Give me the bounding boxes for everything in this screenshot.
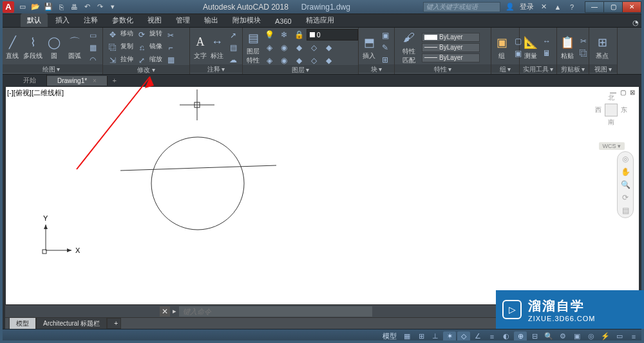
tab-insert[interactable]: 插入 xyxy=(49,14,76,27)
table-icon[interactable]: ▤ xyxy=(226,42,240,53)
open-icon[interactable]: 📂 xyxy=(31,3,40,12)
tab-featured[interactable]: 精选应用 xyxy=(299,14,341,27)
qat-more-icon[interactable]: ▾ xyxy=(108,3,117,12)
drawing-canvas[interactable]: [-][俯视][二维线框] — ▢ ⊠ xyxy=(5,86,639,307)
otrack-icon[interactable]: ∠ xyxy=(471,331,484,342)
insert-button[interactable]: ⬒插入 xyxy=(361,35,377,60)
cmd-chevron-icon[interactable]: ▸ xyxy=(173,307,176,315)
osnap-icon[interactable]: ◇ xyxy=(457,331,470,342)
paste-button[interactable]: 📋粘贴 xyxy=(560,35,575,60)
layout-add[interactable]: + xyxy=(107,318,121,329)
minimize-button[interactable]: — xyxy=(585,1,604,13)
grid-icon[interactable]: ▦ xyxy=(401,331,413,342)
nav-showmotion-icon[interactable]: ▤ xyxy=(622,206,629,215)
save-icon[interactable]: 💾 xyxy=(44,3,53,12)
customize-icon[interactable]: ≡ xyxy=(627,331,640,342)
trim-icon[interactable]: ✂ xyxy=(164,30,178,41)
status-model-label[interactable]: 模型 xyxy=(383,331,397,341)
cmd-close-icon[interactable]: ✕ xyxy=(160,306,170,317)
matchprop-button[interactable]: 🖌特性 匹配 xyxy=(397,30,421,65)
measure-button[interactable]: 📐测量 xyxy=(522,35,538,60)
ribbon-collapse-icon[interactable]: ◔ xyxy=(631,18,640,27)
rect-icon[interactable]: ▭ xyxy=(86,30,100,41)
sc-icon[interactable]: ⊕ xyxy=(514,331,527,342)
dist-icon[interactable]: ↔ xyxy=(540,35,554,47)
create-block-icon[interactable]: ▣ xyxy=(378,30,392,41)
nav-orbit-icon[interactable]: ⟳ xyxy=(622,193,629,202)
freeze-icon[interactable]: ❄ xyxy=(277,29,291,41)
plot-icon[interactable]: 🖶 xyxy=(70,3,79,12)
doc-close-icon[interactable]: × xyxy=(93,77,97,84)
panel-draw-title[interactable]: 绘图 ▾ xyxy=(0,64,102,73)
rotate-icon[interactable]: ⟳ xyxy=(135,29,149,41)
panel-utilities-title[interactable]: 实用工具 ▾ xyxy=(520,64,556,73)
lweight-icon[interactable]: ≡ xyxy=(486,331,498,342)
transparency-icon[interactable]: ◐ xyxy=(500,331,513,342)
help-icon[interactable]: ? xyxy=(567,3,576,12)
tab-a360[interactable]: A360 xyxy=(269,15,298,27)
polar-icon[interactable]: ✶ xyxy=(443,331,456,342)
panel-group-title[interactable]: 组 ▾ xyxy=(491,64,519,73)
layermatch-icon[interactable]: ◉ xyxy=(277,42,291,53)
lineweight-combo[interactable]: ByLayer xyxy=(422,43,480,52)
hatch-icon[interactable]: ▦ xyxy=(86,42,100,53)
qp-icon[interactable]: ⊟ xyxy=(528,331,541,342)
edit-block-icon[interactable]: ✎ xyxy=(378,42,392,53)
wcs-badge[interactable]: WCS ▾ xyxy=(599,142,625,150)
close-button[interactable]: ✕ xyxy=(622,1,641,13)
group-button[interactable]: ▣组 xyxy=(494,35,509,60)
undo-icon[interactable]: ↶ xyxy=(82,3,91,12)
panel-properties-title[interactable]: 特性 ▾ xyxy=(395,64,491,73)
text-button[interactable]: A文字 xyxy=(193,35,208,60)
viewcube-face-icon[interactable] xyxy=(605,104,618,116)
new-icon[interactable]: ▭ xyxy=(18,3,27,12)
viewcube-west[interactable]: 西 xyxy=(595,106,601,115)
nav-wheel-icon[interactable]: ◎ xyxy=(622,154,629,163)
panel-layers-title[interactable]: 图层 ▾ xyxy=(243,65,358,73)
saveas-icon[interactable]: ⎘ xyxy=(57,3,66,12)
tab-view[interactable]: 视图 xyxy=(141,14,168,27)
annomonitor-icon[interactable]: ▣ xyxy=(571,331,583,342)
command-input[interactable] xyxy=(179,306,372,317)
viewcube-north[interactable]: 北 xyxy=(595,93,627,102)
viewcube-south[interactable]: 南 xyxy=(595,118,627,127)
lock-icon[interactable]: 🔒 xyxy=(292,29,306,41)
tab-parametric[interactable]: 参数化 xyxy=(106,14,140,27)
exchange-icon[interactable]: ✕ xyxy=(539,3,548,12)
array-icon[interactable]: ▦ xyxy=(164,54,178,66)
ortho-icon[interactable]: ⊥ xyxy=(429,331,442,342)
cloud-icon[interactable]: ☁ xyxy=(226,54,240,66)
dimension-button[interactable]: ↔标注 xyxy=(209,35,225,60)
color-combo[interactable]: ByLayer xyxy=(422,33,480,42)
layermore2-icon[interactable]: ◆ xyxy=(321,42,336,53)
fillet-icon[interactable]: ⌐ xyxy=(164,42,178,53)
layout-tab[interactable]: Architectural 标题栏 xyxy=(36,317,107,330)
tab-manage[interactable]: 管理 xyxy=(169,14,196,27)
mirror-icon[interactable]: ⎌ xyxy=(135,42,149,53)
panel-modify-title[interactable]: 修改 ▾ xyxy=(103,65,189,73)
annoscale-icon[interactable]: 🔍 xyxy=(542,331,555,342)
nav-zoom-icon[interactable]: 🔍 xyxy=(621,180,630,189)
circle-button[interactable]: ◯圆 xyxy=(44,35,64,60)
tab-default[interactable]: 默认 xyxy=(21,14,48,27)
doc-tab-start[interactable]: 开始 xyxy=(13,75,47,86)
app-logo-icon[interactable]: A xyxy=(3,1,14,13)
bulb-icon[interactable]: 💡 xyxy=(262,29,276,41)
move-icon[interactable]: ✥ xyxy=(106,29,120,41)
tab-addins[interactable]: 附加模块 xyxy=(226,14,267,27)
layeriso-icon[interactable]: ◈ xyxy=(262,42,276,53)
tab-output[interactable]: 输出 xyxy=(198,14,225,27)
polyline-button[interactable]: ⌇多段线 xyxy=(23,35,43,60)
layerprev-icon[interactable]: ◆ xyxy=(292,42,306,53)
panel-clipboard-title[interactable]: 剪贴板 ▾ xyxy=(557,64,589,73)
arc-button[interactable]: ⌒圆弧 xyxy=(65,35,84,60)
tab-annotate[interactable]: 注释 xyxy=(77,14,104,27)
doc-tab-add[interactable]: + xyxy=(108,77,122,84)
leader-icon[interactable]: ↗ xyxy=(226,30,240,41)
calc-icon[interactable]: 🖩 xyxy=(540,48,554,59)
nav-pan-icon[interactable]: ✋ xyxy=(621,167,630,176)
doc-tab-drawing1[interactable]: Drawing1* × xyxy=(47,76,108,86)
basepoint-button[interactable]: ⊞基点 xyxy=(592,35,612,60)
login-label[interactable]: 登录 xyxy=(520,2,534,12)
user-icon[interactable]: 👤 xyxy=(506,3,515,12)
